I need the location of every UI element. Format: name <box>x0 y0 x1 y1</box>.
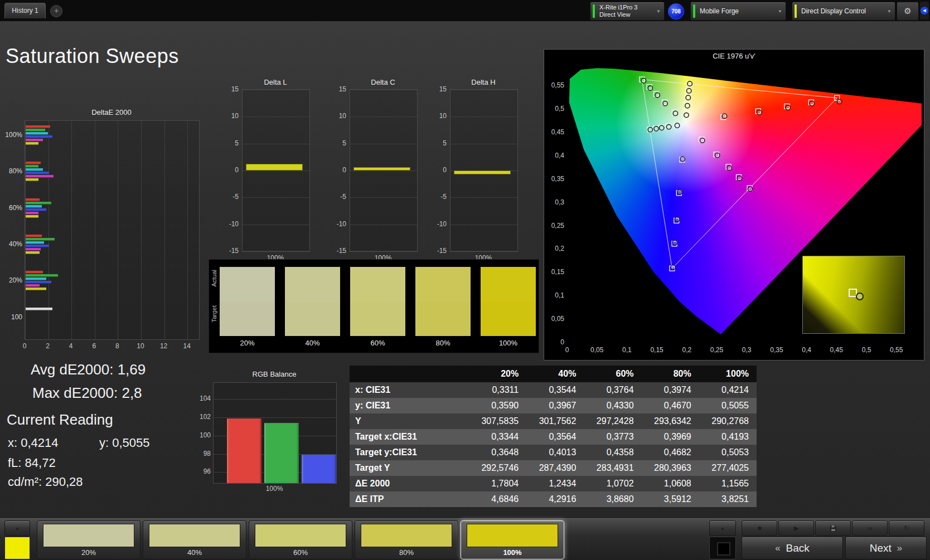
de-bar <box>26 165 38 168</box>
measured-circle-marker <box>675 217 679 221</box>
table-cell: 0,4670 <box>642 398 699 413</box>
table-cell: 290,2768 <box>699 413 757 429</box>
de-bar <box>26 271 43 274</box>
x-tick-label: 0,3 <box>734 346 759 354</box>
grid-line-v <box>25 121 26 339</box>
collapse-panel-button[interactable]: ◀ <box>920 2 929 20</box>
results-table: 20%40%60%80%100%x: CIE310,33110,35440,37… <box>350 366 757 507</box>
x-tick-label: 0,1 <box>614 346 639 354</box>
measured-circle-marker <box>837 99 842 104</box>
swatch-column: 100% <box>481 260 536 353</box>
save-button[interactable] <box>815 520 851 536</box>
measured-circle-marker <box>786 105 790 110</box>
black-square-icon <box>717 542 730 556</box>
swatch-label: 80% <box>415 339 471 347</box>
add-tab-button[interactable]: + <box>50 5 62 17</box>
continuous-measure-button[interactable]: ∞ <box>852 520 888 536</box>
y-group-label: 40% <box>4 240 22 248</box>
grid-line-v <box>141 121 142 339</box>
swatch-column: 40% <box>285 260 340 353</box>
row-label: y: CIE31 <box>350 398 469 413</box>
measured-circle-marker <box>641 79 646 83</box>
measured-circle-marker <box>687 81 692 86</box>
measurement-count-badge[interactable]: 708 <box>668 3 684 20</box>
deltae2000-chart: DeltaE 2000 02468101214100%80%60%40%20%1… <box>4 106 203 351</box>
y-group-label: 60% <box>4 204 22 212</box>
expand-patch-list-button[interactable]: ▲ <box>4 520 30 536</box>
meter-dropdown[interactable]: X-Rite i1Pro 3 Direct View ▼ <box>590 2 665 21</box>
target-swatch <box>481 301 536 336</box>
patch-swatch <box>467 524 558 547</box>
source-name: Mobile Forge <box>700 7 774 15</box>
reading-cdm2: cd/m²: 290,28 <box>8 475 83 489</box>
refresh-button[interactable]: ↻ <box>889 520 924 536</box>
de-bar <box>26 212 38 215</box>
de-bar <box>26 132 48 135</box>
y-tick-label: 0,45 <box>545 128 564 136</box>
x-tick-label: 0,05 <box>585 346 609 354</box>
table-cell: 0,4013 <box>526 445 584 460</box>
current-patch-swatch[interactable] <box>4 537 30 559</box>
stop-button[interactable]: ■ <box>742 520 777 536</box>
measured-circle-marker <box>684 113 689 117</box>
table-cell: 3,8251 <box>699 491 757 507</box>
table-cell: 0,3311 <box>469 382 526 398</box>
chevron-down-icon: ▼ <box>656 9 661 14</box>
avg-de2000-readout: Avg dE2000: 1,69 <box>31 361 146 378</box>
measured-circle-marker <box>660 125 664 130</box>
chevron-down-icon: ▼ <box>778 9 782 14</box>
refresh-icon: ↻ <box>904 524 909 532</box>
chart-title: RGB Balance <box>213 370 336 378</box>
pattern-window-button[interactable] <box>709 537 736 559</box>
x-tick-label: 0,55 <box>884 346 909 354</box>
patch-button-80%[interactable]: 80% <box>355 520 458 559</box>
y-tick-label: 0 <box>429 166 447 174</box>
grid-line-h <box>214 399 336 400</box>
patch-button-100%[interactable]: 100% <box>461 520 564 559</box>
table-cell: 280,3963 <box>642 460 699 476</box>
play-button[interactable]: ▶ <box>778 520 814 536</box>
patch-label: 100% <box>461 548 564 557</box>
x-tick-label: 0,35 <box>764 346 789 354</box>
measured-circle-marker <box>675 123 679 128</box>
meter-mode: Direct View <box>599 11 653 18</box>
y-tick-label: 5 <box>221 139 239 147</box>
de-bar <box>26 198 40 201</box>
table-cell: 277,4025 <box>699 460 757 476</box>
y-tick-label: 0,4 <box>545 152 564 159</box>
y-tick-label: -10 <box>328 220 346 228</box>
calman-application-window: History 1 + X-Rite i1Pro 3 Direct View ▼… <box>0 0 930 560</box>
display-control-dropdown[interactable]: Direct Display Control ▼ <box>792 2 895 21</box>
back-button[interactable]: « Back <box>742 537 843 559</box>
y-tick-label: 10 <box>221 112 239 120</box>
table-cell: 0,5055 <box>699 398 757 413</box>
bottom-control-bar: ▲ 20%40%60%80%100% ▲ ■ ▶ ∞ ↻ « Back Next… <box>0 518 930 560</box>
x-tick-label: 6 <box>86 342 102 350</box>
reading-fl: fL: 84,72 <box>8 456 56 470</box>
y-tick-label: 15 <box>328 85 346 93</box>
patch-label: 60% <box>249 548 352 557</box>
back-label: Back <box>786 542 810 554</box>
y-group-label: 80% <box>4 167 22 175</box>
table-cell: 1,1565 <box>699 476 757 491</box>
column-header <box>350 366 469 382</box>
measured-circle-marker <box>677 190 682 194</box>
settings-button[interactable]: ⚙ <box>897 2 919 21</box>
patch-button-40%[interactable]: 40% <box>143 520 246 559</box>
table-row: x: CIE310,33110,35440,37640,39740,4214 <box>350 382 757 398</box>
actual-swatch <box>285 267 340 301</box>
grid-line-h <box>243 171 309 171</box>
delta-h-plot-area <box>450 89 518 252</box>
measured-circle-marker <box>685 104 690 108</box>
patch-button-60%[interactable]: 60% <box>249 520 352 559</box>
table-row: Target Y292,5746287,4390283,4931280,3963… <box>350 460 757 476</box>
table-row: Y307,5835301,7562297,2428293,6342290,276… <box>350 413 757 429</box>
table-cell: 287,4390 <box>526 460 584 476</box>
history-tab[interactable]: History 1 <box>4 3 46 18</box>
expand-controls-button[interactable]: ▲ <box>709 520 736 536</box>
patch-button-20%[interactable]: 20% <box>37 520 141 559</box>
next-button[interactable]: Next » <box>845 537 927 559</box>
de-bar <box>26 235 42 237</box>
pattern-source-dropdown[interactable]: Mobile Forge ▼ <box>690 2 786 21</box>
grid-line-h <box>350 225 417 225</box>
